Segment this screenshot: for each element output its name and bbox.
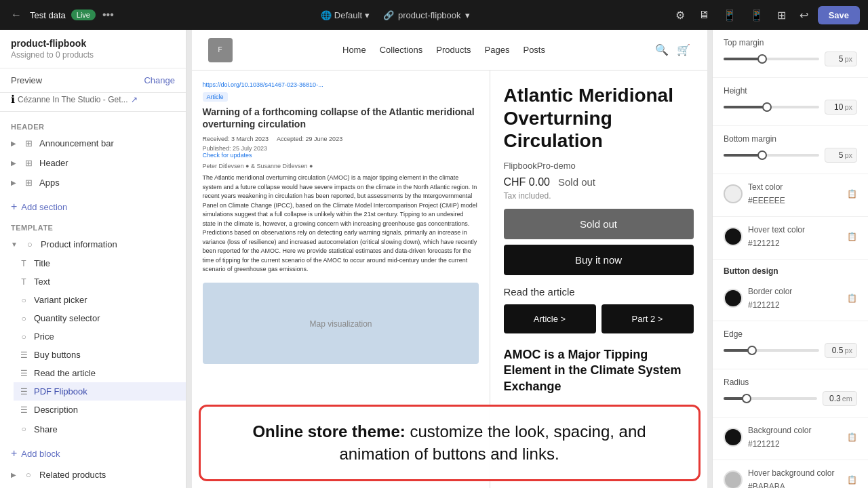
sidebar-item-description[interactable]: ☰ Description xyxy=(14,401,186,419)
height-value: 10 xyxy=(829,102,843,112)
globe-button[interactable]: 🌐 Default ▾ xyxy=(315,7,375,23)
store-preview: F Home Collections Products Pages Posts … xyxy=(192,30,707,488)
nav-pages[interactable]: Pages xyxy=(485,45,510,55)
slider-thumb[interactable] xyxy=(762,102,772,112)
store-name: Test data xyxy=(30,10,66,20)
sidebar-item-share[interactable]: ○ Share 👁 xyxy=(14,419,186,439)
mobile-view-button[interactable]: 📱 xyxy=(746,6,768,24)
sold-out-button[interactable]: Sold out xyxy=(504,209,694,239)
sidebar-item-variant-picker[interactable]: ○ Variant picker xyxy=(14,291,186,309)
radius-slider[interactable] xyxy=(724,397,817,400)
copy-icon[interactable]: 📋 xyxy=(847,475,857,485)
child-label: Quantity selector xyxy=(34,313,175,323)
add-block-button[interactable]: + Add block xyxy=(0,442,186,465)
sidebar-item-apps[interactable]: ▶ ⊞ Apps xyxy=(0,173,186,192)
sidebar-item-read-the-article[interactable]: ☰ Read the article xyxy=(14,364,186,382)
hover-text-color-swatch[interactable] xyxy=(724,227,743,246)
slider-thumb[interactable] xyxy=(757,150,767,160)
nav-products[interactable]: Products xyxy=(436,45,471,55)
store-header-icons: 🔍 🛒 xyxy=(655,43,690,56)
height-unit: px xyxy=(844,103,852,111)
drag-icon: ☰ xyxy=(19,405,28,415)
slider-fill xyxy=(724,58,762,60)
sidebar-item-header[interactable]: ▶ ⊞ Header 👁 xyxy=(0,153,186,173)
more-button[interactable]: ••• xyxy=(102,9,114,21)
search-icon[interactable]: 🔍 xyxy=(655,43,669,56)
product-price: CHF 0.00 xyxy=(504,176,550,188)
hover-text-color-section: Hover text color #121212 📋 xyxy=(713,217,868,260)
hover-bg-color-swatch-row: Hover background color #BABABA xyxy=(724,468,834,488)
circle-icon: ○ xyxy=(24,239,35,249)
sidebar-item-product-information[interactable]: ▼ ○ Product information xyxy=(0,235,186,254)
grid-button[interactable]: ⊞ xyxy=(773,6,790,24)
save-button[interactable]: Save xyxy=(818,6,860,24)
sidebar-item-label: Product information xyxy=(41,239,175,249)
hover-bg-color-swatch[interactable] xyxy=(724,470,743,488)
article-tag: Article xyxy=(203,92,228,102)
edge-slider-row: 0.5 px xyxy=(724,343,857,358)
back-button[interactable]: ← xyxy=(8,6,24,24)
change-link[interactable]: Change xyxy=(144,75,175,85)
overlay-text-bold: Online store theme: xyxy=(252,422,405,441)
nav-posts[interactable]: Posts xyxy=(523,45,545,55)
nav-home[interactable]: Home xyxy=(342,45,366,55)
buy-it-now-button[interactable]: Buy it now xyxy=(504,245,694,275)
customize-icon-button[interactable]: ⚙ xyxy=(671,6,689,24)
text-color-swatch[interactable] xyxy=(724,184,743,203)
hover-text-color-row: Hover text color #121212 📋 xyxy=(724,225,857,248)
desktop-view-button[interactable]: 🖥 xyxy=(694,6,713,24)
product-name: product-flipbook xyxy=(11,38,175,49)
sidebar-item-buy-buttons[interactable]: ☰ Buy buttons xyxy=(14,346,186,364)
undo-button[interactable]: ↩ xyxy=(795,6,812,24)
cart-icon[interactable]: 🛒 xyxy=(677,43,690,56)
bottom-margin-slider[interactable] xyxy=(724,154,819,157)
sidebar-item-related-products[interactable]: ▶ ○ Related products xyxy=(0,465,186,485)
top-margin-slider-row: 5 px xyxy=(724,52,857,66)
copy-icon[interactable]: 📋 xyxy=(847,189,857,199)
article-button-1[interactable]: Article > xyxy=(504,304,596,333)
grid-icon: ⊞ xyxy=(23,178,34,188)
slider-thumb[interactable] xyxy=(742,394,751,403)
height-slider[interactable] xyxy=(724,106,819,108)
article-image: Map visualization xyxy=(203,283,479,364)
copy-icon[interactable]: 📋 xyxy=(847,293,857,303)
child-label: Buy buttons xyxy=(34,350,175,360)
button-design-label: Button design xyxy=(713,260,868,279)
height-value-box: 10 px xyxy=(825,100,857,115)
edge-slider[interactable] xyxy=(724,349,819,352)
top-bar-right: ⚙ 🖥 📱 📱 ⊞ ↩ Save xyxy=(671,6,860,24)
eye-icon[interactable]: 👁 xyxy=(167,159,175,168)
sidebar-item-quantity-selector[interactable]: ○ Quantity selector xyxy=(14,309,186,327)
sidebar-item-pdf-flipbook[interactable]: ☰ PDF Flipbook xyxy=(14,382,186,401)
sidebar-item-price[interactable]: ○ Price xyxy=(14,327,186,346)
child-label: Share xyxy=(34,424,162,434)
sidebar-item-label: Announcement bar xyxy=(39,138,161,148)
nav-collections[interactable]: Collections xyxy=(380,45,423,55)
sidebar-item-announcement-bar[interactable]: ▶ ⊞ Announcement bar 👁 xyxy=(0,134,186,153)
article-button-2[interactable]: Part 2 > xyxy=(601,304,694,333)
bg-color-swatch[interactable] xyxy=(724,428,743,447)
expand-arrow-icon: ▶ xyxy=(11,140,16,147)
copy-icon[interactable]: 📋 xyxy=(847,232,857,241)
sidebar-item-text[interactable]: T Text xyxy=(14,272,186,291)
sidebar-item-title[interactable]: T Title xyxy=(14,254,186,272)
text-icon: T xyxy=(19,277,28,287)
eye-icon[interactable]: 👁 xyxy=(167,139,175,148)
text-color-row: Text color #EEEEEE 📋 xyxy=(724,182,857,205)
svg-text:Map visualization: Map visualization xyxy=(309,319,372,329)
slider-thumb[interactable] xyxy=(757,54,767,64)
add-section-button[interactable]: + Add section xyxy=(0,195,186,218)
top-margin-slider[interactable] xyxy=(724,58,819,60)
tablet-view-button[interactable]: 📱 xyxy=(719,6,741,24)
edge-section: Edge 0.5 px xyxy=(713,321,868,369)
edge-label: Edge xyxy=(724,329,857,339)
edge-value: 0.5 xyxy=(829,346,843,355)
slider-thumb[interactable] xyxy=(747,346,757,355)
copy-icon[interactable]: 📋 xyxy=(847,432,857,442)
border-color-swatch[interactable] xyxy=(724,289,743,308)
store-nav: Home Collections Products Pages Posts xyxy=(342,45,545,55)
external-link[interactable]: ↗ xyxy=(131,95,138,104)
text-color-swatch-row: Text color #EEEEEE xyxy=(724,182,785,205)
eye-icon[interactable]: 👁 xyxy=(167,426,175,434)
hover-bg-color-hex: #BABABA xyxy=(748,482,834,488)
